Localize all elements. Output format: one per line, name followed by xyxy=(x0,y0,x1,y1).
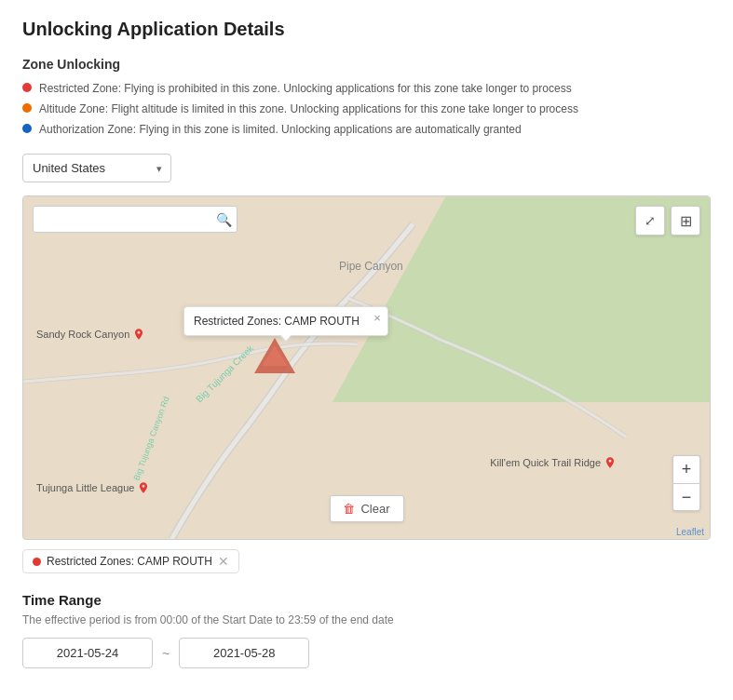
map-popup: Restricted Zones: CAMP ROUTH × xyxy=(183,306,388,336)
map-label-killem: Kill'em Quick Trail Ridge xyxy=(490,456,617,469)
popup-tail xyxy=(279,335,292,343)
map-label-pipe-canyon: Pipe Canyon xyxy=(339,260,403,273)
authorization-zone-label: Authorization Zone: Flying in this zone … xyxy=(39,122,522,138)
killem-pin-icon xyxy=(604,456,617,469)
restricted-zone-triangle xyxy=(254,338,295,373)
search-icon-button[interactable]: 🔍 xyxy=(216,212,232,227)
zone-marker[interactable] xyxy=(254,338,295,373)
map-layers-button[interactable]: ⊞ xyxy=(671,206,700,236)
zoom-in-button[interactable]: + xyxy=(672,455,700,483)
map-zoom-controls: + − xyxy=(672,455,700,511)
end-date-input[interactable] xyxy=(179,638,309,668)
legend-item-restricted: Restricted Zone: Flying is prohibited in… xyxy=(22,81,711,97)
zone-unlocking-title: Zone Unlocking xyxy=(22,57,711,72)
clear-button[interactable]: 🗑 Clear xyxy=(329,495,403,522)
altitude-zone-label: Altitude Zone: Flight altitude is limite… xyxy=(39,101,578,117)
map-container: 🔍 Pipe Canyon Sandy Rock Canyon Kill'em … xyxy=(22,195,711,540)
layers-icon: ⊞ xyxy=(680,212,692,230)
popup-close-button[interactable]: × xyxy=(373,312,381,324)
map-label-tujunga: Tujunga Little League xyxy=(36,481,150,494)
selected-zones-container: Restricted Zones: CAMP ROUTH ✕ xyxy=(22,549,711,573)
country-select[interactable]: United States Canada United Kingdom Aust… xyxy=(22,154,171,182)
zone-tag-dot xyxy=(33,558,41,566)
expand-icon: ⤢ xyxy=(645,213,656,228)
restricted-zone-label: Restricted Zone: Flying is prohibited in… xyxy=(39,81,572,97)
popup-text: Restricted Zones: CAMP ROUTH xyxy=(194,315,360,328)
date-separator: ~ xyxy=(153,646,179,661)
tujunga-pin-icon xyxy=(137,481,150,494)
authorization-zone-dot xyxy=(22,124,32,133)
map-search-input[interactable] xyxy=(33,206,238,233)
time-range-title: Time Range xyxy=(22,592,711,608)
map-label-sandy-rock: Sandy Rock Canyon xyxy=(36,328,145,341)
trash-icon: 🗑 xyxy=(343,502,355,516)
restricted-zone-dot xyxy=(22,83,32,92)
date-range-row: ~ xyxy=(22,638,711,668)
map-expand-button[interactable]: ⤢ xyxy=(635,206,665,236)
legend-item-altitude: Altitude Zone: Flight altitude is limite… xyxy=(22,101,711,117)
legend-item-authorization: Authorization Zone: Flying in this zone … xyxy=(22,122,711,138)
search-icon: 🔍 xyxy=(216,212,232,227)
time-range-description: The effective period is from 00:00 of th… xyxy=(22,613,711,626)
zone-legend: Restricted Zone: Flying is prohibited in… xyxy=(22,81,711,137)
zone-tag: Restricted Zones: CAMP ROUTH ✕ xyxy=(22,549,239,573)
zone-tag-label: Restricted Zones: CAMP ROUTH xyxy=(47,555,212,568)
zone-tag-close-button[interactable]: ✕ xyxy=(218,555,229,568)
map-search-area: 🔍 xyxy=(33,206,238,233)
start-date-input[interactable] xyxy=(22,638,153,668)
altitude-zone-dot xyxy=(22,103,32,113)
leaflet-link[interactable]: Leaflet xyxy=(676,527,704,537)
page-title: Unlocking Application Details xyxy=(22,19,711,40)
location-pin-icon xyxy=(132,328,145,341)
country-select-wrapper: United States Canada United Kingdom Aust… xyxy=(22,154,171,182)
zoom-out-button[interactable]: − xyxy=(672,483,700,511)
clear-label: Clear xyxy=(360,502,389,516)
leaflet-credit: Leaflet xyxy=(676,527,704,537)
